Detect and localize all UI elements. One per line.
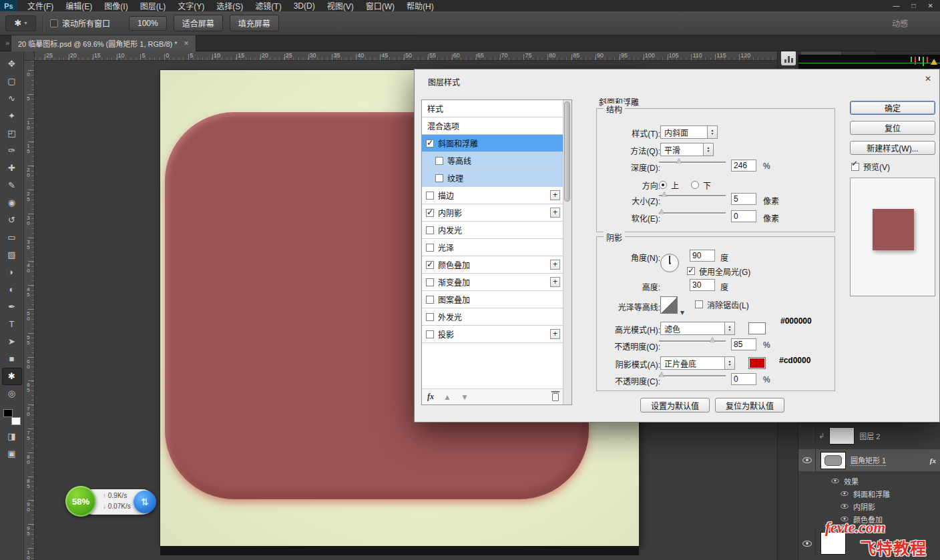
depth-slider[interactable] [659,157,726,166]
style-item-6[interactable]: 光泽 [422,239,564,256]
delete-style-button[interactable] [552,393,559,401]
zoom-tool[interactable]: ◎ [2,385,22,402]
shadow-opacity-input[interactable] [731,373,756,385]
zoom-100-button[interactable]: 100% [129,16,167,31]
layer-fx-badge[interactable]: fx [930,457,936,465]
style-item-checkbox[interactable] [426,278,434,286]
minimize-button[interactable]: — [893,2,900,9]
style-item-checkbox[interactable] [426,330,434,338]
eye-icon[interactable] [841,504,848,509]
move-down-button[interactable]: ▼ [461,392,469,402]
reset-default-button[interactable]: 复位为默认值 [715,398,784,412]
depth-input[interactable] [731,160,756,172]
move-tool[interactable]: ✥ [2,55,22,73]
style-item-checkbox[interactable] [426,296,434,304]
lasso-tool[interactable]: ∿ [2,90,22,107]
layer-thumbnail[interactable] [829,427,855,445]
gloss-contour-thumbnail[interactable] [660,296,678,314]
blur-tool[interactable]: ◗ [2,264,22,281]
style-item-checkbox[interactable] [426,226,434,234]
direction-up-radio[interactable] [659,181,667,189]
quick-mask-button[interactable]: ◨ [2,428,22,445]
tab-close-icon[interactable]: × [184,39,189,48]
effect-row-bevel[interactable]: 斜面和浮雕 [798,487,940,500]
style-item-add-button[interactable]: + [550,329,560,339]
altitude-input[interactable] [690,279,715,291]
style-item-5[interactable]: 内发光 [422,222,564,239]
style-item-9[interactable]: 图案叠加 [422,291,564,308]
soften-input[interactable] [731,210,756,222]
effects-row[interactable]: 效果 [798,475,940,487]
history-brush-tool[interactable]: ↺ [2,212,22,229]
style-item-checkbox[interactable] [426,261,434,269]
style-item-4[interactable]: 内阴影+ [422,204,564,222]
foreground-color-swatch[interactable] [3,409,13,417]
highlight-color-swatch[interactable] [748,322,766,334]
crop-tool[interactable]: ◰ [2,125,22,142]
workspace-label[interactable]: 动感 [892,17,908,29]
style-item-7[interactable]: 颜色叠加+ [422,256,564,274]
style-item-add-button[interactable]: + [550,208,560,218]
eraser-tool[interactable]: ▭ [2,229,22,246]
style-item-checkbox[interactable] [426,313,434,321]
effect-row-inner-shadow[interactable]: 内阴影 [798,500,940,513]
style-item-0[interactable]: 斜面和浮雕 [422,135,564,152]
highlight-opacity-input[interactable] [731,338,756,350]
menu-item-3[interactable]: 图层(L) [134,0,172,11]
color-swatches[interactable] [3,409,21,425]
style-select[interactable]: 内斜面 [660,125,718,139]
styles-nav-item[interactable]: 样式 [422,100,564,117]
quick-selection-tool[interactable]: ✦ [2,107,22,125]
style-item-add-button[interactable]: + [550,260,560,270]
technique-select[interactable]: 平滑 [660,143,714,156]
effect-label[interactable]: 斜面和浮雕 [853,489,890,499]
blending-options-item[interactable]: 混合选项 [422,117,564,135]
menu-item-7[interactable]: 3D(D) [288,1,321,11]
size-slider[interactable] [659,190,726,200]
shadow-opacity-slider[interactable] [659,370,726,380]
fill-screen-button[interactable]: 填充屏幕 [230,15,279,31]
healing-brush-tool[interactable]: ✚ [2,160,22,177]
warning-icon[interactable] [931,59,937,65]
style-item-10[interactable]: 外发光 [422,308,564,326]
style-item-checkbox[interactable] [435,157,443,165]
menu-item-5[interactable]: 选择(S) [210,0,249,11]
contour-caret-icon[interactable]: ▾ [680,308,684,317]
transfer-icon[interactable]: ⇅ [134,491,156,513]
style-item-checkbox[interactable] [426,244,434,252]
visibility-toggle[interactable] [798,449,816,471]
marquee-tool[interactable]: ▢ [2,73,22,90]
shadow-color-swatch[interactable] [748,357,766,369]
fit-screen-button[interactable]: 适合屏幕 [174,15,223,31]
reset-button[interactable]: 复位 [850,121,935,135]
slider-thumb[interactable] [662,192,667,197]
document-tab[interactable]: 20 临摹图标.psd @ 69.6% (圆角矩形 1, RGB/8) * × [11,35,196,51]
window-close-button[interactable]: ✕ [928,2,933,9]
eye-icon[interactable] [802,541,812,547]
direction-down-radio[interactable] [691,181,699,189]
menu-item-8[interactable]: 视图(V) [321,0,360,11]
style-item-2[interactable]: 纹理 [422,170,564,187]
menu-item-0[interactable]: 文件(F) [21,0,59,11]
slider-thumb[interactable] [659,372,664,377]
menu-item-2[interactable]: 图像(I) [98,0,134,11]
scrollbar-thumb[interactable] [564,101,570,202]
layer-row-0[interactable]: ↲ 图层 2 [798,426,940,446]
style-item-11[interactable]: 投影+ [422,326,564,343]
pen-tool[interactable]: ✒ [2,298,22,316]
histogram-panel-icon[interactable] [781,51,796,65]
soften-slider[interactable] [659,208,726,217]
effects-label[interactable]: 效果 [844,476,859,487]
effect-label[interactable]: 内阴影 [853,501,875,512]
slider-thumb[interactable] [676,158,682,164]
hand-tool[interactable]: ✱ [2,368,22,385]
global-light-checkbox[interactable] [687,267,695,275]
layer-thumbnail[interactable] [820,452,846,469]
visibility-toggle[interactable] [798,529,816,558]
menu-item-6[interactable]: 滤镜(T) [249,0,287,11]
eyedropper-tool[interactable]: ✑ [2,142,22,160]
style-item-add-button[interactable]: + [550,190,560,200]
style-item-add-button[interactable]: + [550,277,560,287]
menu-item-10[interactable]: 帮助(H) [401,0,440,11]
layer-name[interactable]: 图层 2 [859,431,880,441]
